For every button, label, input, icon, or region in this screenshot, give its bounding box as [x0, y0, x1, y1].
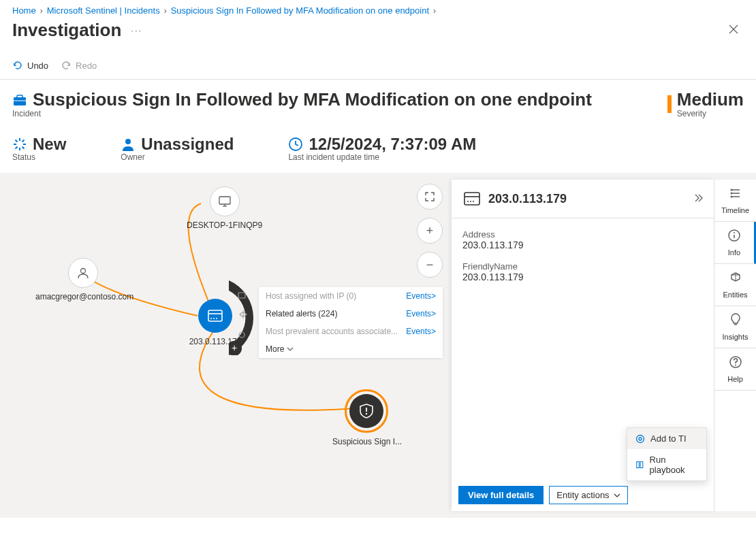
rail-help[interactable]: Help — [714, 348, 756, 391]
rail-insights[interactable]: Insights — [714, 306, 756, 348]
fit-screen-icon — [424, 191, 435, 202]
entities-icon — [729, 271, 742, 288]
expansion-more[interactable]: More — [259, 340, 443, 358]
close-icon — [729, 24, 738, 34]
briefcase-icon — [12, 93, 27, 108]
svg-point-39 — [730, 189, 732, 191]
browser-icon — [462, 189, 482, 208]
expansion-row-accounts[interactable]: Most prevalent accounts associate... Eve… — [259, 323, 443, 340]
redo-label: Redo — [76, 61, 97, 71]
entity-details-panel: 203.0.113.179 Address 203.0.113.179 Frie… — [452, 180, 714, 511]
svg-point-11 — [125, 139, 131, 144]
update-time-label: Last incident update time — [288, 152, 476, 162]
svg-rect-34 — [637, 462, 640, 468]
add-to-ti-item[interactable]: Add to TI — [627, 428, 706, 449]
field-address: Address 203.0.113.179 — [462, 229, 703, 250]
update-time-stat: 12/5/2024, 7:37:09 AM Last incident upda… — [288, 135, 476, 162]
owner-value: Unassigned — [141, 135, 234, 154]
undo-label: Undo — [27, 61, 48, 71]
breadcrumb-incident[interactable]: Suspicious Sign In Followed by MFA Modif… — [171, 5, 429, 16]
view-full-details-button[interactable]: View full details — [458, 486, 544, 504]
node-alert[interactable]: Suspicious Sign I... — [332, 389, 400, 446]
close-button[interactable] — [723, 20, 744, 40]
incident-summary: Suspicious Sign In Followed by MFA Modif… — [0, 80, 756, 173]
timeline-icon — [729, 186, 742, 203]
more-actions-button[interactable]: ··· — [131, 25, 142, 35]
svg-point-41 — [730, 196, 732, 198]
fit-to-screen-button[interactable] — [417, 184, 443, 210]
breadcrumb-sentinel[interactable]: Microsoft Sentinel | Incidents — [47, 5, 160, 16]
expansion-row-hosts[interactable]: Host assigned with IP (0) Events> — [259, 287, 443, 305]
events-link[interactable]: Events> — [406, 309, 436, 318]
svg-point-26 — [366, 413, 367, 414]
node-account[interactable]: amacgregor@contoso.com — [35, 258, 131, 301]
user-icon — [76, 266, 90, 280]
severity-label: Severity — [677, 109, 744, 118]
zoom-in-button[interactable]: + — [417, 218, 443, 244]
node-host[interactable]: DESKTOP-1FINQP9 — [187, 186, 262, 230]
page-title: Investigation — [12, 20, 121, 41]
right-rail: Timeline Info Entities Insights Help — [714, 180, 756, 511]
svg-point-16 — [81, 269, 86, 274]
status-value: New — [33, 135, 66, 154]
expansion-row-alerts[interactable]: Related alerts (224) Events> — [259, 305, 443, 323]
svg-point-32 — [637, 435, 644, 442]
svg-line-9 — [16, 147, 18, 149]
undo-icon — [12, 60, 23, 71]
events-link[interactable]: Events> — [406, 327, 436, 336]
field-friendlyname: FriendlyName 203.0.113.179 — [462, 261, 703, 282]
zoom-controls: + − — [417, 184, 443, 278]
collapse-panel-button[interactable] — [693, 193, 703, 205]
node-account-label: amacgregor@contoso.com — [35, 292, 131, 301]
lightbulb-icon — [729, 313, 742, 330]
svg-line-10 — [22, 140, 25, 142]
svg-rect-13 — [219, 197, 230, 204]
info-icon — [727, 229, 741, 246]
breadcrumb-home[interactable]: Home — [12, 5, 36, 16]
owner-stat: Unassigned Owner — [121, 135, 234, 162]
breadcrumb: Home › Microsoft Sentinel | Incidents › … — [0, 0, 756, 18]
plus-icon[interactable]: + — [232, 342, 237, 353]
undo-button[interactable]: Undo — [12, 60, 48, 71]
redo-icon — [61, 60, 72, 71]
investigation-graph[interactable]: DESKTOP-1FINQP9 amacgregor@contoso.com 2… — [0, 173, 756, 518]
chevron-right-icon: › — [164, 6, 167, 16]
owner-label: Owner — [121, 152, 234, 162]
rail-timeline[interactable]: Timeline — [714, 180, 756, 222]
node-context-arc[interactable]: + — [229, 280, 259, 355]
svg-rect-35 — [640, 462, 643, 468]
zoom-out-button[interactable]: − — [417, 252, 443, 278]
rail-info[interactable]: Info — [714, 222, 756, 264]
run-playbook-item[interactable]: Run playbook — [627, 449, 706, 480]
rail-entities[interactable]: Entities — [714, 264, 756, 306]
svg-line-8 — [22, 147, 25, 149]
status-stat: New Status — [12, 135, 66, 162]
svg-rect-17 — [208, 310, 222, 321]
chevron-down-icon — [614, 492, 620, 499]
svg-point-43 — [734, 232, 735, 233]
severity-bar-icon — [667, 95, 672, 113]
status-new-icon — [12, 137, 27, 152]
shield-alert-icon — [358, 402, 375, 420]
page-header: Investigation ··· — [0, 18, 756, 46]
events-link[interactable]: Events> — [406, 291, 436, 301]
svg-point-29 — [467, 201, 469, 202]
chevron-down-icon — [287, 346, 294, 353]
svg-point-19 — [210, 318, 212, 319]
incident-title-label: Incident — [12, 109, 592, 118]
help-icon — [729, 355, 742, 372]
redo-button[interactable]: Redo — [61, 60, 97, 71]
update-time-value: 12/5/2024, 7:37:09 AM — [309, 135, 476, 154]
target-icon — [635, 434, 645, 444]
svg-point-40 — [730, 193, 732, 195]
svg-rect-0 — [14, 97, 26, 105]
svg-rect-1 — [17, 95, 22, 98]
status-label: Status — [12, 152, 66, 162]
entity-actions-button[interactable]: Entity actions — [549, 486, 627, 504]
entity-title: 203.0.113.179 — [488, 192, 567, 206]
svg-point-33 — [639, 438, 642, 440]
incident-title: Suspicious Sign In Followed by MFA Modif… — [33, 89, 592, 110]
expansion-panel: Host assigned with IP (0) Events> Relate… — [259, 287, 443, 358]
toolbar: Undo Redo — [0, 46, 756, 80]
browser-icon — [206, 307, 224, 325]
